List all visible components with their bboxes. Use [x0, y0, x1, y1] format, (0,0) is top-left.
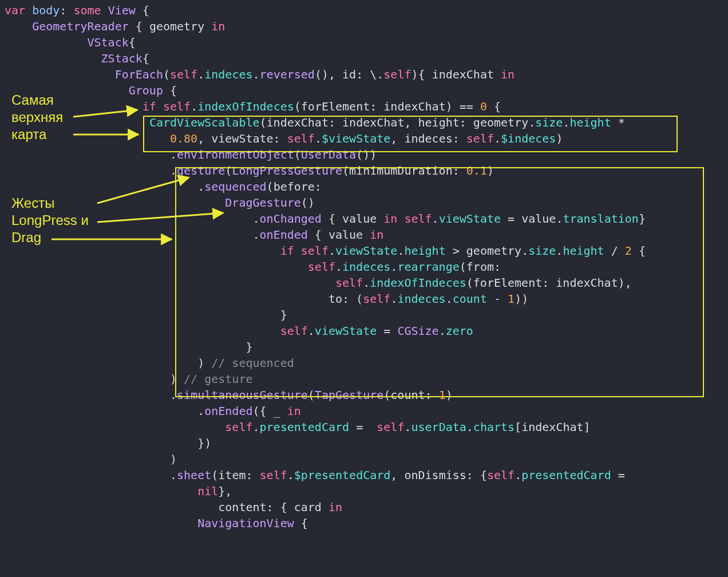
type-group: Group [129, 84, 163, 97]
type-view: View [108, 3, 136, 17]
highlight-box-cardview [143, 116, 678, 152]
lbl-ondismiss: onDismiss: [404, 468, 473, 482]
kw-nil: nil [197, 484, 218, 498]
highlight-box-gesture [175, 167, 704, 397]
id-geom: geometry [149, 19, 204, 33]
annotation-gestures-l3: Drag [11, 230, 41, 245]
prop-indeces: indeces [204, 68, 252, 81]
prop-presentedcard: presentedCard [260, 420, 350, 434]
lbl-item: item: [218, 468, 252, 482]
annotation-gestures-l1: Жесты [11, 195, 54, 211]
kw-self: self [487, 468, 515, 482]
op-assign: = [356, 420, 363, 434]
kw-in: in [287, 404, 301, 418]
prop-body: body [32, 3, 60, 17]
id-underscore: _ [274, 404, 280, 418]
fn-indexof: indexOfIndeces [197, 100, 294, 113]
type-vstack: VStack [88, 35, 129, 49]
kw-self: self [225, 420, 252, 434]
prop-presentedcard: presentedCard [521, 468, 611, 482]
kw-if: if [143, 100, 156, 113]
kw-in: in [329, 500, 342, 514]
id-card: card [294, 500, 322, 514]
op-eqeq: == [460, 100, 473, 113]
id-indexchat: indexChat [432, 68, 494, 81]
annotation-topcard-l1: Самая [11, 92, 54, 108]
kw-self: self [383, 68, 411, 81]
kw-var: var [5, 3, 25, 17]
lbl-forelem: forElement: [301, 100, 377, 113]
fn-reversed: reversed [260, 68, 315, 81]
num-zero: 0 [480, 100, 487, 113]
keypath: \. [370, 68, 383, 81]
fn-onended: onEnded [204, 404, 252, 418]
id-indexchat: indexChat [521, 420, 583, 434]
code-annotated-figure: { "annotations": { "note1_line1": "Самая… [0, 0, 728, 577]
kw-self: self [260, 468, 287, 482]
kw-some: some [73, 3, 101, 17]
fn-sheet: sheet [177, 468, 211, 482]
op-assign: = [618, 468, 625, 482]
kw-in: in [211, 19, 225, 33]
paren-close: ) [170, 452, 177, 466]
id-indexchat: indexChat [383, 100, 445, 113]
type-foreach: ForEach [115, 68, 163, 81]
type-zstack: ZStack [101, 52, 143, 65]
annotation-gestures-l2: LongPress и [11, 212, 89, 228]
lbl-content: content: [218, 500, 273, 514]
lbl-id: id: [342, 68, 363, 81]
kw-self: self [170, 68, 197, 81]
annotation-topcard-l2: верхняя [11, 109, 63, 125]
annotation-topcard-l3: карта [11, 127, 46, 142]
prop-charts: charts [473, 420, 515, 434]
kw-self: self [377, 420, 404, 434]
close-braceparen: }) [197, 436, 211, 450]
prop-presentedcard: $presentedCard [294, 468, 391, 482]
annotation-gestures: Жесты LongPress и Drag [11, 195, 89, 246]
type-navview: NavigationView [197, 516, 294, 530]
annotation-topcard: Самая верхняя карта [11, 92, 63, 143]
kw-self: self [163, 100, 191, 113]
kw-in: in [501, 68, 515, 81]
prop-userdata: userData [411, 420, 466, 434]
type-georeader: GeometryReader [32, 19, 129, 33]
